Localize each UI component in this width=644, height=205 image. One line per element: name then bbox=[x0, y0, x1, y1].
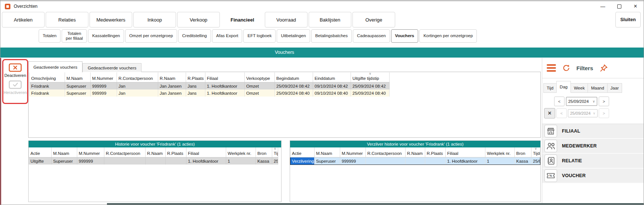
pin-icon[interactable] bbox=[599, 64, 608, 72]
filters-sidebar: Filters TijdDagWeekMaandJaar < 25/09/202… bbox=[542, 58, 644, 205]
subnav-tab-eft-logboek[interactable]: EFT logboek bbox=[243, 29, 276, 43]
table-header-row: ActieM.NaamM.NummerR.ContactpersoonR.Naa… bbox=[290, 147, 540, 157]
medewerker-filter-button[interactable] bbox=[544, 140, 557, 152]
tab-geactiveerde-vouchers[interactable]: Geactiveerde vouchers bbox=[28, 61, 82, 72]
column-header[interactable]: M.Nummer bbox=[91, 72, 117, 82]
period-tab-jaar[interactable]: Jaar bbox=[607, 83, 622, 93]
tab-gedeactiveerde-vouchers[interactable]: Gedeactiveerde vouchers bbox=[82, 63, 142, 72]
column-header[interactable]: Einddatum bbox=[313, 72, 351, 82]
column-header[interactable]: Omschrijving bbox=[30, 72, 65, 82]
filter-section-voucher[interactable]: % VOUCHER bbox=[542, 169, 644, 183]
subnav-tab-kortingen-per-omzetgroep[interactable]: Kortingen per omzetgroep bbox=[419, 29, 477, 43]
subnav-tab-uitbetalingen[interactable]: Uitbetalingen bbox=[277, 29, 310, 43]
column-header[interactable]: Bron bbox=[256, 147, 272, 157]
voucher-table[interactable]: OmschrijvingM.NaamM.NummerR.Contactperso… bbox=[29, 72, 390, 97]
sort-indicator-icon: ∨ bbox=[274, 147, 276, 150]
column-header[interactable]: Tijdstip∨ bbox=[531, 147, 540, 157]
minimize-button[interactable]: — bbox=[595, 1, 611, 11]
main-nav: ArtikelenRelatiesMedewerkersInkoopVerkoo… bbox=[2, 12, 395, 27]
date-prev-button[interactable]: < bbox=[554, 97, 565, 106]
nav-tab-overige[interactable]: Overige bbox=[352, 12, 395, 27]
nav-tab-financieel[interactable]: Financieel bbox=[221, 12, 264, 27]
date-next-button[interactable]: > bbox=[599, 97, 609, 106]
refresh-icon[interactable] bbox=[562, 63, 570, 73]
subnav-tab-creditstelling[interactable]: Creditstelling bbox=[178, 29, 211, 43]
column-header[interactable]: Filiaal bbox=[446, 147, 485, 157]
subnav-tab-totalen[interactable]: Totalen bbox=[39, 29, 61, 43]
column-header[interactable]: R.Contactpersoon bbox=[117, 72, 158, 82]
column-header[interactable]: Begindatum bbox=[275, 72, 313, 82]
nav-tab-verkoop[interactable]: Verkoop bbox=[177, 12, 220, 27]
date-to-prev-button[interactable]: < bbox=[556, 108, 567, 118]
nav-tab-relaties[interactable]: Relaties bbox=[46, 12, 88, 27]
table-cell: Jans bbox=[186, 90, 205, 97]
subnav-tab-betalingsbatches[interactable]: Betalingsbatches bbox=[311, 29, 352, 43]
sluiten-button[interactable]: Sluiten bbox=[615, 12, 641, 27]
column-header[interactable]: R.Plaats bbox=[186, 72, 205, 82]
date-to-row: × < 25/09/2024 ∨ > bbox=[544, 108, 644, 118]
column-header[interactable]: Uitgifte tijdstip∨ bbox=[351, 72, 390, 82]
period-tab-maand[interactable]: Maand bbox=[588, 83, 607, 93]
column-header[interactable]: R.Naam bbox=[158, 72, 186, 82]
column-header[interactable]: R.Naam bbox=[146, 147, 166, 157]
relatie-filter-button[interactable] bbox=[544, 154, 557, 167]
subnav-tab-afas-export[interactable]: Afas Export bbox=[212, 29, 242, 43]
column-header[interactable]: Filiaal bbox=[186, 147, 226, 157]
column-header[interactable]: Bron bbox=[515, 147, 531, 157]
period-tab-week[interactable]: Week bbox=[570, 83, 588, 93]
column-header[interactable]: Tijdstip∨ bbox=[272, 147, 278, 157]
subnav-tab-omzet-per-omzetgroep[interactable]: Omzet per omzetgroep bbox=[125, 29, 177, 43]
redeem-history-table[interactable]: ActieM.NaamM.NummerR.ContactpersoonR.Naa… bbox=[290, 147, 540, 165]
nav-tab-artikelen[interactable]: Artikelen bbox=[2, 12, 45, 27]
maximize-button[interactable] bbox=[611, 1, 627, 11]
period-tab-dag[interactable]: Dag bbox=[556, 81, 571, 93]
table-row[interactable]: FrisdrankSuperuser999999JanJan JansenJan… bbox=[30, 90, 390, 97]
column-header[interactable]: R.Contactpersoon bbox=[104, 147, 146, 157]
column-header[interactable]: Actie bbox=[29, 147, 52, 157]
table-row[interactable]: VerzilveringSuperuser9999991. Hoofdkanto… bbox=[290, 157, 540, 165]
table-row[interactable]: FrisdrankSuperuser999999JanJan JansenJan… bbox=[30, 82, 390, 90]
column-header[interactable]: M.Naam bbox=[52, 147, 77, 157]
nav-tab-inkoop[interactable]: Inkoop bbox=[133, 12, 176, 27]
filiaal-filter-button[interactable] bbox=[544, 125, 557, 137]
column-header[interactable]: R.Plaats bbox=[425, 147, 446, 157]
column-header[interactable]: Werkplek nr. bbox=[485, 147, 515, 157]
table-cell: 999999 bbox=[91, 90, 117, 97]
column-header[interactable]: R.Plaats bbox=[166, 147, 186, 157]
column-header[interactable]: Filiaal bbox=[205, 72, 245, 82]
filter-section-medewerker[interactable]: MEDEWERKER bbox=[542, 139, 644, 154]
history-table[interactable]: ActieM.NaamM.NummerR.ContactpersoonR.Naa… bbox=[29, 147, 278, 165]
filter-section-relatie[interactable]: RELATIE bbox=[542, 154, 644, 169]
period-tab-tijd[interactable]: Tijd bbox=[543, 83, 557, 93]
subnav-tab-kassatellingen[interactable]: Kassatellingen bbox=[88, 29, 124, 43]
column-header[interactable]: M.Naam bbox=[65, 72, 91, 82]
nav-tab-medewerkers[interactable]: Medewerkers bbox=[90, 12, 132, 27]
subnav-tab-totalen-per-filiaal[interactable]: Totalen per filiaal bbox=[62, 29, 87, 43]
table-cell: Omzet bbox=[245, 82, 275, 90]
nav-tab-voorraad[interactable]: Voorraad bbox=[265, 12, 308, 27]
column-header[interactable]: M.Naam bbox=[315, 147, 340, 157]
column-header[interactable]: Werkplek nr. bbox=[226, 147, 256, 157]
subnav-tab-cadeaupassen[interactable]: Cadeaupassen bbox=[353, 29, 390, 43]
voucher-filter-button[interactable]: % bbox=[544, 169, 557, 182]
close-button[interactable]: × bbox=[627, 1, 644, 11]
clear-date-button[interactable]: × bbox=[544, 108, 555, 118]
column-header[interactable]: R.Contactpersoon bbox=[366, 147, 406, 157]
column-header[interactable]: M.Nummer bbox=[340, 147, 366, 157]
filter-section-filiaal[interactable]: FILIAAL bbox=[542, 124, 644, 139]
nav-tab-baklijsten[interactable]: Baklijsten bbox=[309, 12, 351, 27]
table-cell: 1 bbox=[485, 157, 515, 165]
reactivate-voucher-button[interactable]: Heractiveren bbox=[4, 80, 27, 95]
voucher-reactivate-icon bbox=[9, 80, 22, 90]
table-row[interactable]: UitgifteSuperuser9999991. Hoofdkantoor1K… bbox=[29, 157, 278, 165]
date-from-select[interactable]: 25/09/2024 ∨ bbox=[566, 97, 597, 106]
column-header[interactable]: Actie bbox=[290, 147, 315, 157]
column-header[interactable]: Verkooptype bbox=[245, 72, 275, 82]
menu-icon[interactable] bbox=[547, 64, 556, 72]
deactivate-voucher-button[interactable]: Deactiveren bbox=[4, 63, 26, 78]
column-header[interactable]: R.Naam bbox=[406, 147, 425, 157]
column-header[interactable]: M.Nummer bbox=[77, 147, 104, 157]
date-to-select[interactable]: 25/09/2024 ∨ bbox=[568, 109, 598, 117]
subnav-tab-vouchers[interactable]: Vouchers bbox=[391, 29, 419, 43]
date-to-next-button[interactable]: > bbox=[599, 108, 609, 118]
